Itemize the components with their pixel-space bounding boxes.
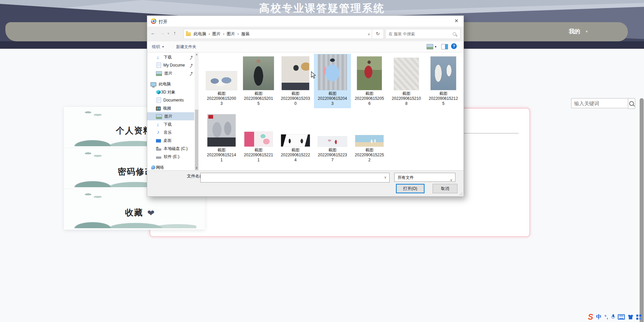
preview-pane-icon[interactable] [441,44,448,49]
file-thumbnail [318,54,347,90]
help-icon[interactable]: ? [451,43,457,49]
scroll-down-icon[interactable]: ∨ [195,166,199,169]
filetype-value: 所有文件 [398,175,414,180]
file-item-12[interactable]: 截图20220906152252 [351,110,388,165]
page-scrollbar-thumb[interactable] [640,98,644,322]
file-thumbnail-wrap [204,110,239,147]
file-item-11[interactable]: 截图20220906152237 [314,110,351,165]
sogou-logo-icon[interactable]: S [588,313,593,321]
up-button[interactable]: ↑ [173,30,176,36]
my-menu-dropdown[interactable]: 我的 ▼ [569,28,588,35]
microphone-icon[interactable] [611,314,615,320]
dialog-search [385,29,460,39]
view-options-caret-icon[interactable]: ▼ [434,45,437,48]
dialog-sidebar-list: 下载 My Docume 图片 此电脑 3D 对象 Documents 视频 图… [147,53,194,171]
organize-button[interactable]: 组织▼ [152,44,164,50]
sidebar-item-icon [156,130,161,135]
sidebar-item-software-e[interactable]: 软件 (E:) [147,153,194,161]
thumbnail-view-icon[interactable] [427,44,433,49]
sidebar-item-local-disk-c[interactable]: 本地磁盘 (C:) [147,145,194,153]
breadcrumb-item[interactable]: 图片 [212,31,221,37]
sidebar-item-3d-objects[interactable]: 3D 对象 [147,88,194,96]
sidebar-item-music[interactable]: 音乐 [147,128,194,136]
chrome-icon [151,18,156,24]
filetype-dropdown[interactable]: 所有文件 ∨ [394,173,455,182]
close-icon[interactable]: ✕ [449,16,464,26]
ime-mode-toggle[interactable]: 中 [596,314,602,321]
dialog-footer: 文件名(N): ∨ 所有文件 ∨ 打开(O) 取消 [147,170,464,196]
scroll-up-icon[interactable]: ∧ [195,53,199,56]
breadcrumb-item[interactable]: 服装 [241,31,250,37]
pin-icon [190,64,193,67]
keyword-search-button[interactable] [628,98,635,109]
file-name-line: 截图 [392,91,421,96]
dialog-address-bar: ← → ∨ ↑ 此电脑›图片›图片›服装 ∨ ↻ [147,29,464,39]
sidebar-item-pictures-quick[interactable]: 图片 [147,69,194,77]
new-folder-button[interactable]: 新建文件夹 [176,44,196,50]
resize-grip[interactable] [459,192,462,195]
file-thumbnail-wrap [241,110,276,147]
file-name-line: 2022090615221 [244,153,273,158]
forward-button[interactable]: → [160,30,165,36]
sidebar-item-label: 此电脑 [159,81,171,87]
file-item-5[interactable]: 截图20220906152056 [351,54,388,108]
dialog-body: 下载 My Docume 图片 此电脑 3D 对象 Documents 视频 图… [147,52,464,170]
filename-input[interactable] [201,173,389,182]
file-open-dialog: 打开 ✕ ← → ∨ ↑ 此电脑›图片›图片›服装 ∨ ↻ 组织▼ 新建文件夹 … [147,15,464,197]
file-item-3[interactable]: 截图20220906152030 [277,54,314,108]
file-item-4[interactable]: 截图20220906152043 [314,54,351,108]
file-name-line: 2022090615214 [207,153,236,158]
breadcrumb-dropdown-icon[interactable]: ∨ [368,32,370,36]
sidebar-scrollbar-thumb[interactable] [195,110,198,170]
sidebar-item-videos[interactable]: 视频 [147,104,194,112]
sidebar-item-my-documents-quick[interactable]: My Docume [147,61,194,69]
file-name: 截图20220906152237 [318,148,347,163]
file-name-line: 2022090615210 [392,96,421,101]
sidebar-item-desktop[interactable]: 桌面 [147,136,194,145]
file-name-line: 1 [207,158,236,163]
file-item-10[interactable]: 截图20220906152224 [277,110,314,165]
file-item-7[interactable]: 截图20220906152125 [425,54,462,108]
file-item-6[interactable]: 截图20220906152108 [388,54,425,108]
breadcrumb-item[interactable]: 此电脑 [194,31,206,37]
breadcrumb[interactable]: 此电脑›图片›图片›服装 ∨ [184,29,374,39]
dialog-title: 打开 [159,19,167,25]
cancel-button[interactable]: 取消 [433,184,457,193]
refresh-button[interactable]: ↻ [372,29,384,39]
file-grid: 截图20220906152003 截图20220906152015 截图2022… [203,54,465,167]
sidebar-item-label: 软件 (E:) [164,154,179,160]
sidebar-item-icon [156,71,162,76]
file-thumbnail-wrap [352,110,387,147]
keyboard-icon[interactable] [618,314,625,320]
file-name-line: 截图 [318,91,347,96]
file-thumbnail-wrap [352,54,387,90]
mouse-cursor [310,71,317,79]
file-name-line: 2022090615204 [318,96,347,101]
sidebar-scrollbar[interactable]: ∧ ∨ [195,52,199,170]
sidebar-item-this-pc[interactable]: 此电脑 [147,80,194,88]
ime-toolbox-icon[interactable] [636,315,641,320]
sidebar-item-documents[interactable]: Documents [147,96,194,104]
file-name-line: 截图 [429,91,458,96]
file-item-8[interactable]: 截图20220906152141 [203,110,240,165]
ime-skin-icon[interactable] [628,315,633,319]
file-item-1[interactable]: 截图20220906152003 [203,54,240,108]
back-button[interactable]: ← [151,30,156,36]
file-name: 截图20220906152211 [244,148,273,163]
dialog-search-input[interactable] [386,32,453,36]
breadcrumb-item[interactable]: 图片 [227,31,235,37]
ime-punctuation-toggle[interactable]: °, [605,314,609,320]
file-thumbnail [357,56,382,90]
chevron-down-icon[interactable]: ∨ [384,175,387,179]
open-button[interactable]: 打开(O) [396,184,425,193]
keyword-search-input[interactable] [571,98,628,108]
sidebar-item-downloads[interactable]: 下载 [147,120,194,128]
dialog-titlebar[interactable]: 打开 ✕ [147,16,464,27]
sidebar-item-pictures[interactable]: 图片 [147,112,194,120]
sidebar-item-downloads-quick[interactable]: 下载 [147,53,194,61]
history-dropdown-icon[interactable]: ∨ [167,32,169,35]
file-name-line: 0 [281,101,310,106]
file-thumbnail [318,136,347,147]
file-item-9[interactable]: 截图20220906152211 [240,110,277,165]
file-item-2[interactable]: 截图20220906152015 [240,54,277,108]
